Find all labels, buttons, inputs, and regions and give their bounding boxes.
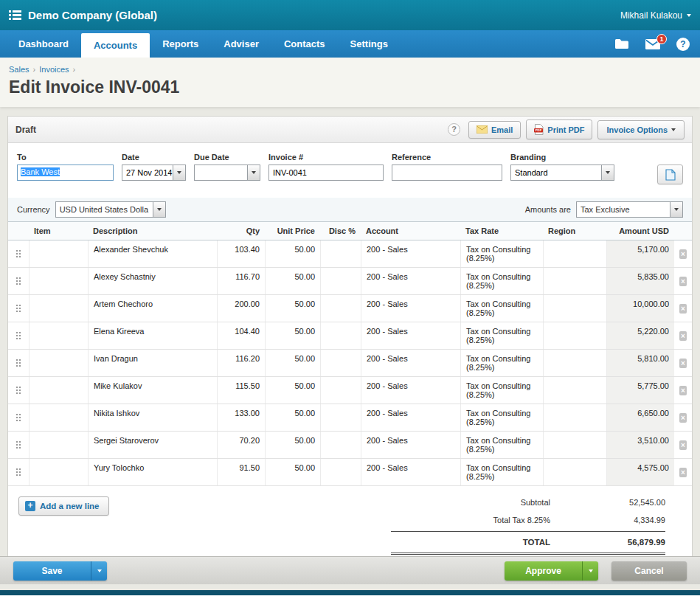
cell-account[interactable]: 200 - Sales: [361, 295, 460, 322]
drag-handle[interactable]: [8, 268, 29, 294]
delete-row-button[interactable]: ×: [674, 240, 692, 267]
cell-description[interactable]: Nikita Ishkov: [88, 404, 217, 431]
cell-unit-price[interactable]: 50.00: [265, 322, 320, 349]
cell-item[interactable]: [29, 268, 88, 294]
currency-select[interactable]: USD United States Dolla: [55, 201, 166, 218]
breadcrumb-invoices-link[interactable]: Invoices: [39, 65, 69, 74]
date-dropdown-button[interactable]: [173, 165, 185, 180]
delete-row-button[interactable]: ×: [674, 268, 692, 294]
add-new-line-button[interactable]: + Add a new line: [18, 496, 109, 516]
cell-description[interactable]: Ivan Dragun: [88, 350, 217, 376]
cell-unit-price[interactable]: 50.00: [265, 295, 320, 322]
cell-item[interactable]: [29, 295, 88, 322]
cell-tax-rate[interactable]: Tax on Consulting (8.25%): [460, 404, 543, 431]
cell-unit-price[interactable]: 50.00: [265, 240, 320, 267]
cell-qty[interactable]: 91.50: [217, 459, 265, 485]
cell-qty[interactable]: 116.20: [217, 350, 265, 376]
cell-region[interactable]: [543, 377, 606, 404]
cell-account[interactable]: 200 - Sales: [361, 350, 460, 376]
cell-qty[interactable]: 103.40: [217, 240, 265, 267]
to-input[interactable]: Bank West: [17, 165, 114, 181]
cell-tax-rate[interactable]: Tax on Consulting (8.25%): [460, 377, 543, 404]
cell-region[interactable]: [543, 350, 606, 376]
cell-disc[interactable]: [320, 459, 361, 485]
cell-disc[interactable]: [320, 377, 361, 404]
approve-button[interactable]: Approve: [505, 561, 582, 581]
cell-account[interactable]: 200 - Sales: [361, 432, 460, 458]
nav-item-reports[interactable]: Reports: [150, 30, 211, 58]
cell-item[interactable]: [29, 240, 88, 267]
cell-description[interactable]: Sergei Staroverov: [88, 432, 217, 458]
amounts-are-select[interactable]: Tax Exclusive: [576, 201, 683, 218]
nav-item-dashboard[interactable]: Dashboard: [6, 30, 81, 58]
cell-region[interactable]: [543, 404, 606, 431]
cell-item[interactable]: [29, 404, 88, 431]
nav-item-accounts[interactable]: Accounts: [81, 33, 150, 58]
cell-unit-price[interactable]: 50.00: [265, 432, 320, 458]
mail-icon[interactable]: 1: [645, 39, 660, 49]
amounts-dropdown-button[interactable]: [670, 202, 682, 217]
cell-tax-rate[interactable]: Tax on Consulting (8.25%): [460, 432, 543, 458]
cell-item[interactable]: [29, 377, 88, 404]
cell-unit-price[interactable]: 50.00: [265, 459, 320, 485]
email-button[interactable]: Email: [468, 121, 521, 139]
nav-item-settings[interactable]: Settings: [338, 30, 401, 58]
panel-help-icon[interactable]: ?: [448, 123, 460, 136]
cell-qty[interactable]: 70.20: [217, 432, 265, 458]
help-icon[interactable]: ?: [676, 38, 690, 51]
drag-handle[interactable]: [8, 295, 29, 322]
cell-disc[interactable]: [320, 432, 361, 458]
due-date-dropdown-button[interactable]: [247, 165, 260, 180]
cell-item[interactable]: [29, 322, 88, 349]
cell-account[interactable]: 200 - Sales: [361, 404, 460, 431]
cell-disc[interactable]: [320, 322, 361, 349]
breadcrumb-sales-link[interactable]: Sales: [9, 65, 30, 74]
drag-handle[interactable]: [8, 459, 29, 485]
cancel-button[interactable]: Cancel: [611, 561, 687, 581]
nav-item-contacts[interactable]: Contacts: [271, 30, 338, 58]
drag-handle[interactable]: [8, 432, 29, 458]
cell-disc[interactable]: [320, 350, 361, 376]
cell-tax-rate[interactable]: Tax on Consulting (8.25%): [460, 350, 543, 376]
cell-disc[interactable]: [320, 295, 361, 322]
cell-disc[interactable]: [320, 268, 361, 294]
cell-account[interactable]: 200 - Sales: [361, 268, 460, 294]
branding-select[interactable]: Standard: [510, 165, 614, 181]
cell-disc[interactable]: [320, 240, 361, 267]
delete-row-button[interactable]: ×: [674, 432, 692, 458]
cell-region[interactable]: [543, 322, 606, 349]
cell-description[interactable]: Artem Chechoro: [88, 295, 217, 322]
drag-handle[interactable]: [8, 240, 29, 267]
cell-tax-rate[interactable]: Tax on Consulting (8.25%): [460, 295, 543, 322]
cell-qty[interactable]: 115.50: [217, 377, 265, 404]
cell-tax-rate[interactable]: Tax on Consulting (8.25%): [460, 322, 543, 349]
drag-handle[interactable]: [8, 350, 29, 376]
cell-disc[interactable]: [320, 404, 361, 431]
cell-item[interactable]: [29, 459, 88, 485]
delete-row-button[interactable]: ×: [674, 350, 692, 376]
delete-row-button[interactable]: ×: [674, 404, 692, 431]
cell-description[interactable]: Yury Tolochko: [88, 459, 217, 485]
cell-item[interactable]: [29, 350, 88, 376]
menu-list-icon[interactable]: [9, 10, 21, 20]
user-menu[interactable]: Mikhail Kulakou: [620, 10, 691, 21]
invoice-options-button[interactable]: Invoice Options: [597, 120, 685, 139]
nav-item-adviser[interactable]: Adviser: [211, 30, 271, 58]
cell-qty[interactable]: 133.00: [217, 404, 265, 431]
delete-row-button[interactable]: ×: [674, 295, 692, 322]
cell-qty[interactable]: 116.70: [217, 268, 265, 294]
cell-unit-price[interactable]: 50.00: [265, 404, 320, 431]
currency-dropdown-button[interactable]: [153, 202, 165, 217]
delete-row-button[interactable]: ×: [674, 459, 692, 485]
files-folder-icon[interactable]: [614, 38, 629, 49]
cell-region[interactable]: [543, 295, 606, 322]
invoice-number-input[interactable]: [268, 165, 384, 181]
drag-handle[interactable]: [8, 377, 29, 404]
cell-description[interactable]: Alexey Schastniy: [88, 268, 217, 294]
cell-region[interactable]: [543, 459, 606, 485]
cell-unit-price[interactable]: 50.00: [265, 377, 320, 404]
due-date-input[interactable]: [194, 165, 260, 181]
date-input[interactable]: 27 Nov 2014: [122, 165, 186, 181]
cell-unit-price[interactable]: 50.00: [265, 350, 320, 376]
delete-row-button[interactable]: ×: [674, 322, 692, 349]
